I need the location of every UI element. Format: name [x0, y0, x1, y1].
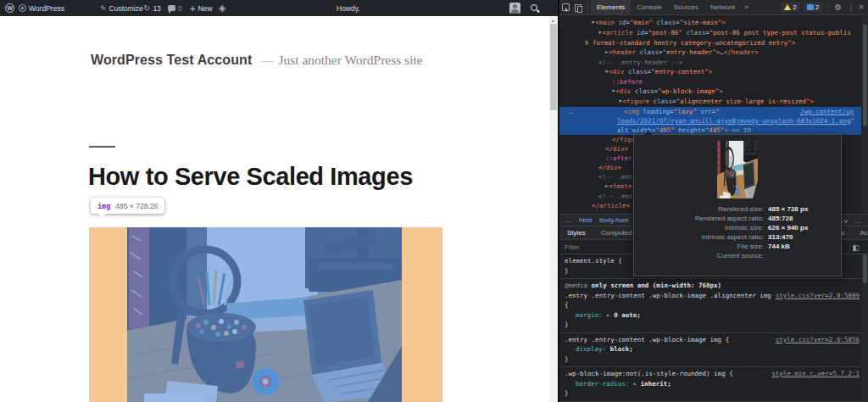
code-token: ▼ [592, 28, 601, 37]
code-token: </div> [598, 164, 621, 171]
code-token: "lazy" [674, 108, 697, 115]
stylesheet-link[interactable]: style.css?ver=2.0:5889 [776, 291, 860, 301]
tree-node[interactable]: ▼<div class="wp-block-image"> [559, 87, 863, 97]
more-options-icon[interactable]: ⋮ [847, 3, 854, 12]
devtools-tab-network[interactable]: Network [704, 0, 741, 15]
more-tabs-button[interactable]: » [741, 3, 751, 11]
elements-scrollbar[interactable] [861, 16, 868, 214]
plus-icon: + [190, 3, 195, 14]
tree-node[interactable]: ::before [559, 77, 863, 87]
code-token: <main [595, 19, 615, 26]
code-token: </header> [724, 48, 759, 56]
pencil-icon: ✎ [100, 4, 107, 13]
sidebar-toggle-icon[interactable]: ◧ [852, 243, 860, 252]
comments-menu[interactable]: 0 [168, 0, 182, 16]
new-content-menu[interactable]: + New [190, 0, 212, 16]
code-token: "entry-header" [663, 48, 716, 56]
expand-shorthand-icon[interactable]: ▸ [633, 380, 641, 388]
warnings-badge[interactable]: 2 [781, 3, 799, 12]
code-token: "wp-block-image" [658, 87, 719, 95]
diamond-icon: ◈ [219, 3, 225, 14]
devtools-toolbar: ElementsConsoleSourcesNetwork » 2 2 ⚙ ⋮ … [559, 0, 868, 15]
code-token: ▼ [598, 67, 608, 76]
css-property[interactable]: display: block; [565, 344, 860, 355]
code-token: " [715, 108, 720, 115]
post-image-block [89, 227, 442, 402]
post-image [127, 227, 402, 402]
devtools-tab-console[interactable]: Console [631, 0, 667, 15]
inspect-element-icon[interactable] [562, 3, 570, 11]
expand-shorthand-icon[interactable]: ▸ [606, 311, 614, 319]
user-avatar[interactable] [509, 0, 520, 16]
node-menu-dots[interactable]: … [562, 107, 574, 116]
issues-icon [807, 4, 814, 10]
code-token: class= [624, 68, 651, 75]
devtools-size-tooltip: img 485 × 728.26 [91, 198, 164, 214]
rule-selector[interactable]: .entry .entry-content .wp-block-image im… [565, 336, 729, 343]
device-toolbar-icon[interactable] [575, 3, 582, 11]
scrollbar-thumb[interactable] [550, 24, 557, 110]
tree-node[interactable]: ▼<figure class="aligncenter size-large i… [559, 97, 863, 107]
breadcrumb[interactable]: body.hom [599, 216, 629, 224]
tree-node[interactable]: <!-- .entry-header --> [559, 58, 863, 67]
devtools-tab-elements[interactable]: Elements [591, 0, 631, 15]
issues-badge[interactable]: 2 [804, 3, 822, 12]
tree-node[interactable]: …<img loading="lazy" src="/wp-content/up… [559, 107, 863, 135]
avatar [509, 3, 520, 14]
code-token: "485" [705, 126, 725, 134]
howdy-menu[interactable]: Howdy, [337, 0, 360, 16]
tree-node[interactable]: ▶<header class="entry-header">…</header> [559, 47, 863, 58]
site-title-link[interactable]: WordPress Test Account [91, 53, 252, 67]
stylesheet-link[interactable]: style.css?ver=2.0:5856 [776, 335, 860, 345]
breadcrumb[interactable]: … [854, 217, 861, 225]
image-info-row: File size:744 kB [634, 242, 841, 251]
close-devtools-icon[interactable]: × [859, 3, 864, 12]
breadcrumb[interactable]: html [579, 216, 592, 224]
stylesheet-link[interactable]: style.min.c…ver=5.7.2:1 [771, 369, 860, 379]
image-thumbnail [717, 141, 758, 198]
code-token: <!-- .entry-header --> [598, 59, 682, 66]
customize-menu[interactable]: ✎ Customize [100, 0, 143, 16]
breadcrumb[interactable]: … [565, 216, 571, 224]
code-token: ::after [605, 154, 632, 162]
page-scrollbar[interactable]: ▲ [549, 0, 558, 402]
scrollbar-up-icon[interactable]: ▲ [551, 18, 555, 23]
tooltip-tag: img [97, 202, 110, 210]
updates-menu[interactable]: ↻ 13 [143, 0, 161, 16]
tree-node[interactable]: ▼<div class="entry-content"> [559, 67, 863, 77]
code-token: class= [649, 98, 676, 105]
image-info-rows: Rendered size:485 × 728 pxRendered aspec… [634, 204, 841, 260]
code-token: id= [632, 29, 648, 36]
styles-scrollbar[interactable] [861, 254, 868, 402]
settings-gear-icon[interactable]: ⚙ [834, 3, 842, 12]
image-info-row: Intrinsic aspect ratio:313:470 [634, 232, 841, 242]
css-property[interactable]: margin: ▸ 0 auto; [565, 310, 860, 321]
rule-selector[interactable]: .entry .entry-content .wp-block-image .a… [565, 292, 771, 310]
tree-node[interactable]: ▼<article id="post-86" class="post-86 po… [559, 28, 863, 47]
image-info-row: Rendered aspect ratio:485:728 [634, 214, 841, 223]
image-info-row: Intrinsic size:626 × 940 px [634, 223, 841, 232]
margin-highlight-right [402, 227, 442, 402]
code-token: ▶ [598, 181, 608, 191]
sidebar-tab-accessibility[interactable]: Accessibility [853, 226, 868, 240]
new-label: New [198, 4, 212, 13]
code-token: > [792, 39, 796, 47]
code-token: > [709, 68, 713, 75]
style-rule: style.min.c…ver=5.7.2:1.wp-block-image:n… [559, 367, 863, 402]
admin-search[interactable] [530, 0, 539, 16]
devtools-tab-sources[interactable]: Sources [668, 0, 704, 15]
tree-node[interactable]: ▼<main id="main" class="site-main"> [559, 18, 863, 28]
plugin-menu[interactable]: ◈ [219, 0, 225, 16]
wp-admin-bar: W WordPress ✎ Customize ↻ 13 0 + New [0, 0, 558, 16]
css-property[interactable]: border-radius: ▸ inherit; [565, 379, 860, 389]
search-icon [530, 3, 539, 13]
rule-selector[interactable]: element.style { [565, 257, 622, 265]
updates-icon: ↻ [143, 4, 150, 13]
my-sites-menu[interactable]: WordPress [19, 0, 64, 16]
code-token: loading= [639, 108, 674, 115]
code-token: ::before [612, 78, 643, 86]
desk-photo-thumb [717, 141, 758, 198]
wp-logo-menu[interactable]: W [5, 0, 14, 16]
rule-selector[interactable]: .wp-block-image:not(.is-style-rounded) i… [565, 370, 733, 377]
sidebar-tab-styles[interactable]: Styles [559, 226, 593, 240]
